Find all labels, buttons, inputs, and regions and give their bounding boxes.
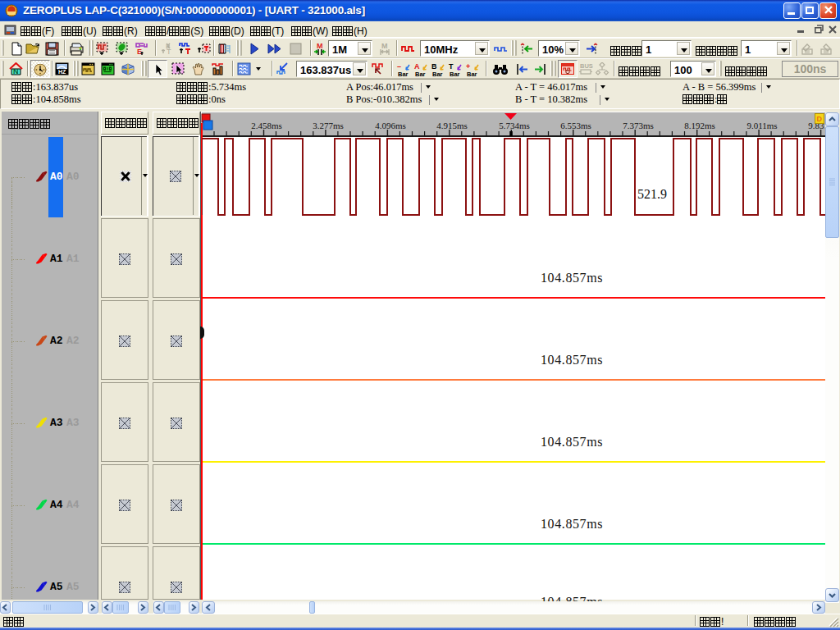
svg-text:T: T bbox=[167, 48, 171, 56]
svg-text:Bar: Bar bbox=[432, 71, 443, 77]
svg-text:B: B bbox=[431, 62, 437, 71]
svg-text:Bar: Bar bbox=[415, 71, 426, 77]
svg-text:M: M bbox=[381, 42, 388, 50]
svg-text:M: M bbox=[317, 42, 323, 50]
svg-text:T: T bbox=[449, 62, 454, 71]
svg-text:Bar: Bar bbox=[398, 71, 409, 77]
svg-text:Bar: Bar bbox=[467, 71, 477, 77]
svg-text:N: N bbox=[13, 67, 19, 75]
svg-text:–: – bbox=[397, 62, 401, 71]
svg-text:Bar: Bar bbox=[450, 71, 460, 77]
svg-text:D: D bbox=[817, 115, 823, 123]
svg-text:A: A bbox=[414, 62, 420, 71]
svg-text:BUS: BUS bbox=[580, 62, 593, 70]
svg-text:E: E bbox=[137, 48, 142, 56]
svg-text:HZ: HZ bbox=[58, 69, 66, 75]
svg-text:+: + bbox=[466, 62, 470, 71]
